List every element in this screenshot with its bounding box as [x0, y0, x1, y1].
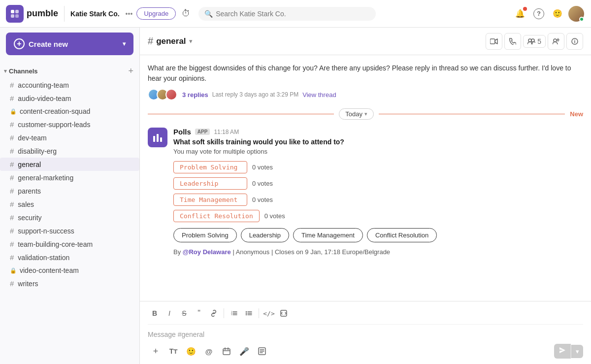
- search-input[interactable]: [216, 10, 370, 18]
- svg-point-21: [246, 314, 247, 315]
- composer-input-field[interactable]: Message #general: [148, 329, 583, 343]
- thread-footer: 3 replies Last reply 3 days ago at 3:29 …: [148, 89, 583, 100]
- canvas-button[interactable]: [254, 343, 270, 359]
- svg-point-20: [246, 313, 247, 314]
- search-bar[interactable]: 🔍: [198, 7, 376, 21]
- sidebar-item-security[interactable]: # security: [0, 211, 139, 224]
- sidebar-item-content-creation-squad[interactable]: 🔒 content-creation-squad: [0, 105, 139, 118]
- phone-call-button[interactable]: [504, 33, 521, 50]
- help-button[interactable]: ?: [530, 5, 548, 23]
- channels-collapse-icon: ▾: [4, 68, 7, 74]
- chat-header: # general ▾ 5: [140, 28, 591, 55]
- channel-hash-big-icon: #: [148, 35, 153, 47]
- poll-option-time-management[interactable]: Time Management: [173, 194, 247, 206]
- sidebar-item-validation-station[interactable]: # validation-station: [0, 251, 139, 264]
- info-button[interactable]: [566, 33, 583, 50]
- today-divider: Today ▾ New: [148, 108, 583, 120]
- add-member-button[interactable]: [548, 33, 564, 50]
- link-button[interactable]: [207, 306, 221, 320]
- add-channel-icon[interactable]: +: [128, 66, 133, 76]
- emoji-status-button[interactable]: 🙂: [549, 5, 566, 23]
- poll-option-problem-solving[interactable]: Problem Solving: [173, 161, 247, 173]
- view-thread-link[interactable]: View thread: [302, 91, 336, 99]
- poll-author[interactable]: @Roy Delaware: [183, 248, 231, 256]
- send-button[interactable]: [554, 344, 571, 359]
- poll-option-conflict-resolution[interactable]: Conflict Resolution: [173, 210, 260, 222]
- svg-rect-10: [153, 136, 155, 142]
- create-plus-icon: +: [14, 38, 25, 49]
- sidebar-item-sales[interactable]: # sales: [0, 198, 139, 211]
- add-attachment-button[interactable]: +: [148, 343, 164, 359]
- channel-name: writers: [18, 280, 38, 288]
- user-avatar-button[interactable]: [567, 5, 585, 23]
- sidebar-item-dev-team[interactable]: # dev-team: [0, 131, 139, 144]
- vote-btn-problem-solving[interactable]: Problem Solving: [173, 228, 237, 242]
- code-button[interactable]: </>: [262, 306, 276, 320]
- video-call-button[interactable]: [486, 33, 502, 50]
- upgrade-button[interactable]: Upgrade: [136, 7, 176, 20]
- channel-name: customer-support-leads: [18, 121, 90, 129]
- sidebar-item-support-n-success[interactable]: # support-n-success: [0, 224, 139, 237]
- sidebar-item-general[interactable]: # general: [0, 158, 139, 171]
- channel-name: team-building-core-team: [18, 240, 93, 248]
- ordered-list-button[interactable]: 123: [227, 306, 241, 320]
- sidebar-item-team-building-core-team[interactable]: # team-building-core-team: [0, 237, 139, 251]
- send-dropdown-button[interactable]: ▾: [571, 345, 583, 358]
- vote-btn-leadership[interactable]: Leadership: [241, 228, 289, 242]
- emoji-button[interactable]: 🙂: [183, 343, 199, 359]
- calendar-button[interactable]: [219, 343, 234, 359]
- record-audio-button[interactable]: 🎤: [236, 343, 252, 359]
- notification-bell-button[interactable]: 🔔: [511, 5, 529, 23]
- sidebar-item-writers[interactable]: # writers: [0, 277, 139, 290]
- sidebar-item-general-marketing[interactable]: # general-marketing: [0, 171, 139, 184]
- reply-time: Last reply 3 days ago at 3:29 PM: [212, 91, 298, 98]
- hash-icon: #: [10, 200, 14, 208]
- channels-header-left: ▾ Channels: [4, 67, 38, 75]
- replies-count[interactable]: 3 replies: [182, 91, 208, 99]
- message-composer: B I S " 123 </> Messag: [140, 301, 591, 364]
- unordered-list-button[interactable]: [242, 306, 256, 320]
- chat-area: # general ▾ 5: [140, 28, 591, 364]
- messages-list: What are the biggest downsides of this c…: [140, 55, 591, 301]
- channels-section-header[interactable]: ▾ Channels +: [0, 64, 139, 78]
- send-button-group: ▾: [554, 344, 583, 359]
- new-badge: New: [570, 110, 583, 118]
- workspace-menu-dots[interactable]: •••: [126, 10, 133, 18]
- sidebar-item-disability-erg[interactable]: # disability-erg: [0, 144, 139, 158]
- channels-label: Channels: [9, 67, 38, 75]
- hash-icon: #: [10, 81, 14, 89]
- poll-votes-3: 0 votes: [252, 196, 273, 203]
- svg-rect-1: [15, 10, 19, 13]
- channel-name: dev-team: [18, 134, 46, 142]
- channel-dropdown-icon[interactable]: ▾: [189, 37, 193, 45]
- code-block-button[interactable]: [277, 306, 291, 320]
- poll-closes: Closes on 9 Jan, 17:18 Europe/Belgrade: [275, 248, 390, 256]
- sidebar-item-accounting-team[interactable]: # accounting-team: [0, 78, 139, 92]
- sidebar-item-video-content-team[interactable]: 🔒 video-content-team: [0, 264, 139, 277]
- history-icon[interactable]: ⏱: [182, 8, 191, 19]
- sidebar-item-customer-support-leads[interactable]: # customer-support-leads: [0, 118, 139, 131]
- channel-name: security: [18, 214, 41, 222]
- notification-dot: [523, 7, 527, 11]
- bold-button[interactable]: B: [148, 306, 162, 320]
- hash-icon: #: [10, 160, 14, 168]
- quote-button[interactable]: ": [192, 306, 206, 320]
- composer-toolbar: B I S " 123 </>: [148, 306, 583, 325]
- poll-option-leadership[interactable]: Leadership: [173, 177, 247, 190]
- text-format-button[interactable]: Tᴛ: [165, 343, 181, 359]
- vote-btn-time-management[interactable]: Time Management: [293, 228, 363, 242]
- message-sender: Polls: [173, 128, 191, 136]
- hash-icon: #: [10, 240, 14, 248]
- strikethrough-button[interactable]: S: [177, 306, 191, 320]
- vote-btn-conflict-resolution[interactable]: Conflict Resolution: [367, 228, 437, 242]
- members-button[interactable]: 5: [523, 35, 546, 48]
- create-new-button[interactable]: + Create new ▾: [6, 33, 133, 55]
- italic-button[interactable]: I: [163, 306, 176, 320]
- app-badge: APP: [195, 129, 210, 135]
- today-pill[interactable]: Today ▾: [339, 108, 374, 120]
- mention-button[interactable]: @: [201, 343, 217, 359]
- svg-text:3: 3: [231, 313, 232, 316]
- polls-app-avatar: [148, 128, 167, 147]
- sidebar-item-audio-video-team[interactable]: # audio-video-team: [0, 92, 139, 105]
- sidebar-item-parents[interactable]: # parents: [0, 184, 139, 198]
